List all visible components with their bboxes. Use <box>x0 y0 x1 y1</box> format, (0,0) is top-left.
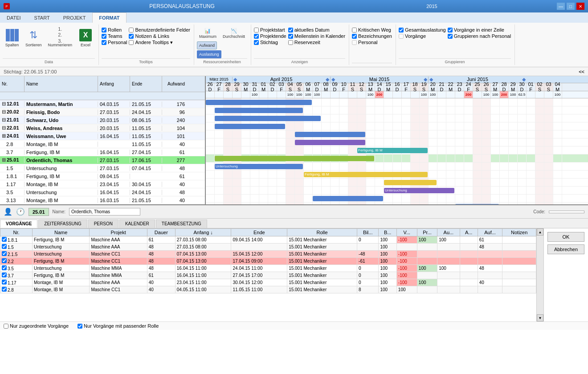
detail-name-value[interactable]: Ordentlich, Thomas <box>69 208 140 215</box>
detail-row: 2.8Montage, IB MMaschine CC14004.05.15 1… <box>0 286 536 293</box>
projektende-checkbox[interactable]: Projektende <box>254 33 286 39</box>
nav-arrow[interactable]: << <box>579 69 584 74</box>
detail-cell[interactable]: 3.7 <box>0 272 33 279</box>
tab-person[interactable]: PERSON <box>88 220 118 228</box>
ok-button[interactable]: OK <box>547 232 584 242</box>
scroll-track[interactable] <box>537 236 543 314</box>
detail-cell[interactable]: 3.5 <box>0 265 33 272</box>
detail-cell[interactable]: 1.17 <box>0 279 33 286</box>
notizen-checkbox[interactable]: Notizen & Links <box>129 33 190 39</box>
left-header: Nr. Name Anfang Ende Aufwand <box>0 76 205 92</box>
durchschnitt-icon: 📉 <box>231 28 237 34</box>
tab-datei[interactable]: DATEI <box>0 12 28 23</box>
detail-cell <box>437 272 460 279</box>
detail-cell[interactable]: 1.5 <box>0 244 33 251</box>
scroll-down[interactable]: ▼ <box>537 314 543 321</box>
day-cell: 17F <box>402 83 411 91</box>
data-group-label: Data <box>3 58 95 65</box>
detail-cell: 07.04.15 13:00 <box>175 258 231 265</box>
maximize-button[interactable]: □ <box>567 3 575 10</box>
abbrechen-button[interactable]: Abbrechen <box>547 244 584 254</box>
benutzerdefinierte-checkbox[interactable]: Benutzerdefinierte Felder <box>129 27 190 33</box>
app-title: PERSONALAUSLASTUNG <box>57 3 307 9</box>
detail-cell: 15.001 Mechaniker <box>287 258 357 265</box>
minimize-button[interactable]: — <box>557 3 565 10</box>
day-cell: 19S <box>420 83 429 91</box>
resource-cell <box>411 91 420 98</box>
aufwand-label: Aufwand <box>199 43 215 48</box>
aktuelles-checkbox[interactable]: aktuelles Datum <box>288 27 345 33</box>
detail-cell[interactable]: 1.8.1 <box>0 236 33 244</box>
sortieren-label: Sortieren <box>25 43 42 47</box>
resource-cell <box>331 91 339 98</box>
resource-cell <box>384 91 393 98</box>
tab-zeiterfassung[interactable]: ZEITERFASSUNG <box>38 220 87 228</box>
tab-kalender[interactable]: KALENDER <box>119 220 155 228</box>
tab-teambesetzung[interactable]: TEAMBESETZUNG <box>156 220 207 228</box>
resource-cell <box>322 91 331 98</box>
detail-cell[interactable]: 2.2 <box>0 258 33 265</box>
tab-format[interactable]: FORMAT <box>92 12 126 23</box>
resource-cell <box>339 91 348 98</box>
auslastung-button[interactable]: Auslastung <box>197 50 221 58</box>
maximum-button[interactable]: 📊 Maximum <box>197 26 219 41</box>
resource-cell <box>544 91 553 98</box>
tab-start[interactable]: START <box>28 12 57 23</box>
detail-code-value[interactable] <box>549 211 584 213</box>
spalten-button[interactable]: Spalten <box>3 26 21 49</box>
andere-checkbox[interactable]: Andere Tooltips ▾ <box>129 40 190 45</box>
meilenstein-checkbox[interactable]: Meilenstein in Kalender <box>288 33 345 39</box>
sortieren-button[interactable]: ⇅ Sortieren <box>23 26 44 49</box>
right-pane[interactable]: März 2015 ◆ April 2015 ◆ ◆ Mai 2015 ◆ ◆ … <box>206 76 588 204</box>
day-cell: 18S <box>411 83 420 91</box>
cb-passende-rolle[interactable]: Nur Vorgänge mit passender Rolle <box>78 323 159 329</box>
bezeichnungen-checkbox[interactable]: Bezeichnungen <box>352 33 392 39</box>
durchschnitt-button[interactable]: 📉 Durchschnitt <box>220 26 247 41</box>
resource-cell <box>393 91 402 98</box>
teams-checkbox[interactable]: Teams <box>102 33 127 39</box>
detail-cell <box>478 286 502 293</box>
detail-cell: 61 <box>147 272 175 279</box>
gruppieren-personal-checkbox[interactable]: Gruppieren nach Personal <box>448 33 511 39</box>
tab-vorgaenge[interactable]: VORGÄNGE <box>0 220 37 228</box>
detail-cell <box>417 251 437 258</box>
vorgaenge-zeile-checkbox[interactable]: Vorgänge in einer Zeile <box>448 27 511 33</box>
detail-cell[interactable]: 2.1.5 <box>0 251 33 258</box>
gantt-row <box>206 122 588 130</box>
detail-table: Nr. Name Projekt Dauer Anfang ↓ Ende Rol… <box>0 228 536 293</box>
reservezeit-checkbox[interactable]: Reservezeit <box>288 40 345 45</box>
cb-zugeordnete[interactable]: Nur zugeordnete Vorgänge <box>4 323 69 329</box>
scroll-up[interactable]: ▲ <box>537 228 543 236</box>
detail-cell: -100 <box>396 258 417 265</box>
detail-cell <box>478 272 502 279</box>
gantt-row <box>206 98 588 106</box>
gesamtauslastung-checkbox[interactable]: Gesamtauslastung <box>399 27 446 33</box>
projektstart-checkbox[interactable]: Projektstart <box>254 27 286 33</box>
col-header-nr: Nr. <box>0 76 24 92</box>
day-cell: 27M <box>491 83 500 91</box>
personal-checkbox[interactable]: Personal <box>102 40 127 45</box>
stichtag-row: Stichtag: 22.06.15 17:00 << <box>0 67 588 76</box>
personal2-checkbox[interactable]: Personal <box>352 40 392 45</box>
detail-table-wrapper[interactable]: Nr. Name Projekt Dauer Anfang ↓ Ende Rol… <box>0 228 536 321</box>
aufwand-button[interactable]: Aufwand <box>197 41 217 49</box>
excel-label: Excel <box>81 43 90 47</box>
excel-button[interactable]: X Excel <box>76 26 95 49</box>
close-button[interactable]: ✕ <box>576 3 584 10</box>
resource-cell <box>473 91 482 98</box>
detail-cell <box>460 286 478 293</box>
nummerieren-button[interactable]: 1.2.3. Nummerieren <box>46 26 75 49</box>
vorgaenge-cb[interactable]: Vorgänge <box>399 33 446 39</box>
clock-icon: 🕐 <box>16 207 25 216</box>
detail-cell: 100 <box>379 272 396 279</box>
tab-projekt[interactable]: PROJEKT <box>57 12 93 23</box>
kritischer-checkbox[interactable]: Kritischen Weg <box>352 27 392 33</box>
day-cell: 31D <box>250 83 259 91</box>
left-data-rows: ⊟12.01 Mustermann, Martin 04.03.15 21.05… <box>0 100 205 204</box>
detail-cell <box>502 272 536 279</box>
day-cell: 15M <box>384 83 393 91</box>
detail-cell[interactable]: 2.8 <box>0 286 33 293</box>
detail-scrollbar[interactable]: ▲ ▼ <box>536 228 543 321</box>
stichtag-checkbox[interactable]: Stichtag <box>254 40 286 45</box>
rollen-checkbox[interactable]: Rollen <box>102 27 127 33</box>
